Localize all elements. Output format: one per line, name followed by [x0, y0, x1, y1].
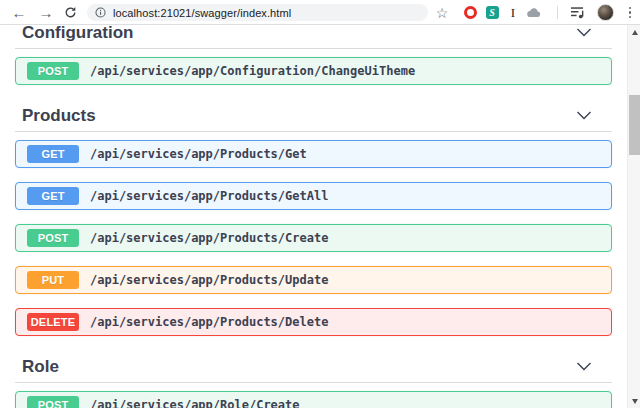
- vertical-scrollbar[interactable]: [627, 25, 640, 408]
- api-section: Configuration POST /api/services/app/Con…: [15, 25, 612, 85]
- endpoint-list: GET /api/services/app/Products/Get GET /…: [15, 140, 612, 336]
- swagger-page: Configuration POST /api/services/app/Con…: [0, 25, 627, 408]
- playlist-icon[interactable]: [567, 0, 587, 25]
- scrollbar-thumb[interactable]: [629, 95, 640, 155]
- endpoint-row-get[interactable]: GET /api/services/app/Products/Get: [15, 140, 612, 168]
- endpoint-row-post[interactable]: POST /api/services/app/Configuration/Cha…: [15, 57, 612, 85]
- api-section: Role POST /api/services/app/Role/Create: [15, 355, 612, 408]
- url-text[interactable]: localhost:21021/swagger/index.html: [113, 7, 291, 19]
- api-sections: Configuration POST /api/services/app/Con…: [15, 25, 612, 408]
- back-icon[interactable]: ←: [10, 0, 28, 25]
- browser-menu-icon[interactable]: [623, 0, 637, 25]
- toolbar-separator: [557, 6, 558, 19]
- forward-icon[interactable]: →: [37, 0, 55, 25]
- endpoint-path: /api/services/app/Products/Create: [90, 231, 328, 245]
- scroll-down-icon[interactable]: [628, 394, 640, 408]
- section-title: Products: [22, 104, 96, 128]
- method-badge: POST: [27, 396, 79, 408]
- endpoint-path: /api/services/app/Role/Create: [90, 398, 300, 408]
- browser-toolbar: ← → localhost:21021/swagger/index.html ☆…: [0, 0, 640, 25]
- section-header-configuration[interactable]: Configuration: [15, 25, 612, 49]
- endpoint-path: /api/services/app/Products/Delete: [90, 315, 328, 329]
- bookmark-star-icon[interactable]: ☆: [434, 0, 450, 25]
- method-badge: POST: [27, 62, 79, 80]
- endpoint-row-get[interactable]: GET /api/services/app/Products/GetAll: [15, 182, 612, 210]
- extension-teal-s-icon[interactable]: S: [484, 0, 500, 25]
- chevron-down-icon[interactable]: [576, 28, 592, 37]
- section-title: Configuration: [22, 25, 133, 45]
- method-badge: GET: [27, 145, 79, 163]
- method-badge: PUT: [27, 271, 79, 289]
- address-bar[interactable]: localhost:21021/swagger/index.html: [87, 4, 428, 21]
- section-title: Role: [22, 355, 59, 379]
- reload-icon[interactable]: [61, 0, 79, 25]
- endpoint-list: POST /api/services/app/Role/Create: [15, 391, 612, 408]
- method-badge: POST: [27, 229, 79, 247]
- endpoint-row-put[interactable]: PUT /api/services/app/Products/Update: [15, 266, 612, 294]
- extension-red-ring-icon[interactable]: [462, 0, 478, 25]
- endpoint-path: /api/services/app/Products/Get: [90, 147, 307, 161]
- site-info-icon[interactable]: [95, 7, 106, 18]
- api-section: Products GET /api/services/app/Products/…: [15, 104, 612, 336]
- endpoint-row-post[interactable]: POST /api/services/app/Products/Create: [15, 224, 612, 252]
- extension-cloud-icon[interactable]: [525, 0, 543, 25]
- endpoint-row-delete[interactable]: DELETE /api/services/app/Products/Delete: [15, 308, 612, 336]
- endpoint-list: POST /api/services/app/Configuration/Cha…: [15, 57, 612, 85]
- chevron-down-icon[interactable]: [576, 111, 592, 120]
- section-header-products[interactable]: Products: [15, 104, 612, 132]
- section-header-role[interactable]: Role: [15, 355, 612, 383]
- endpoint-path: /api/services/app/Products/Update: [90, 273, 328, 287]
- endpoint-path: /api/services/app/Configuration/ChangeUi…: [90, 64, 415, 78]
- method-badge: GET: [27, 187, 79, 205]
- method-badge: DELETE: [27, 313, 79, 331]
- chevron-down-icon[interactable]: [576, 362, 592, 371]
- extension-serif-i-icon[interactable]: I: [505, 0, 521, 25]
- profile-avatar[interactable]: [595, 0, 615, 25]
- endpoint-row-post[interactable]: POST /api/services/app/Role/Create: [15, 391, 612, 408]
- scroll-up-icon[interactable]: [628, 25, 640, 39]
- endpoint-path: /api/services/app/Products/GetAll: [90, 189, 328, 203]
